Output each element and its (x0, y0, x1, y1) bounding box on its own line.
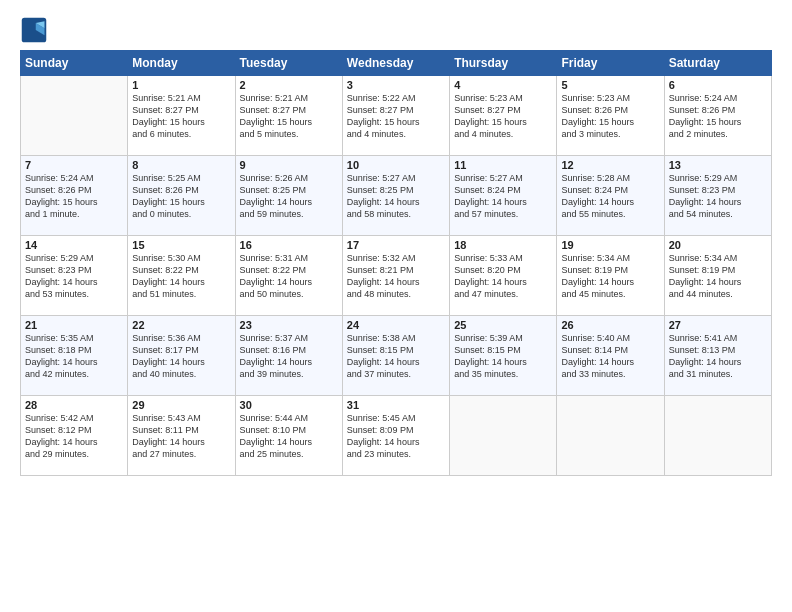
calendar-cell: 31Sunrise: 5:45 AM Sunset: 8:09 PM Dayli… (342, 396, 449, 476)
day-info: Sunrise: 5:41 AM Sunset: 8:13 PM Dayligh… (669, 332, 767, 381)
day-info: Sunrise: 5:26 AM Sunset: 8:25 PM Dayligh… (240, 172, 338, 221)
week-row-1: 1Sunrise: 5:21 AM Sunset: 8:27 PM Daylig… (21, 76, 772, 156)
logo-icon (20, 16, 48, 44)
day-number: 13 (669, 159, 767, 171)
calendar-cell: 19Sunrise: 5:34 AM Sunset: 8:19 PM Dayli… (557, 236, 664, 316)
calendar-cell: 27Sunrise: 5:41 AM Sunset: 8:13 PM Dayli… (664, 316, 771, 396)
header (20, 16, 772, 44)
day-number: 24 (347, 319, 445, 331)
day-number: 29 (132, 399, 230, 411)
day-info: Sunrise: 5:40 AM Sunset: 8:14 PM Dayligh… (561, 332, 659, 381)
calendar-cell (664, 396, 771, 476)
calendar-cell: 9Sunrise: 5:26 AM Sunset: 8:25 PM Daylig… (235, 156, 342, 236)
week-row-5: 28Sunrise: 5:42 AM Sunset: 8:12 PM Dayli… (21, 396, 772, 476)
day-info: Sunrise: 5:23 AM Sunset: 8:26 PM Dayligh… (561, 92, 659, 141)
day-number: 19 (561, 239, 659, 251)
day-number: 15 (132, 239, 230, 251)
calendar-cell: 30Sunrise: 5:44 AM Sunset: 8:10 PM Dayli… (235, 396, 342, 476)
day-info: Sunrise: 5:44 AM Sunset: 8:10 PM Dayligh… (240, 412, 338, 461)
page-container: SundayMondayTuesdayWednesdayThursdayFrid… (0, 0, 792, 486)
day-info: Sunrise: 5:36 AM Sunset: 8:17 PM Dayligh… (132, 332, 230, 381)
day-info: Sunrise: 5:25 AM Sunset: 8:26 PM Dayligh… (132, 172, 230, 221)
day-info: Sunrise: 5:33 AM Sunset: 8:20 PM Dayligh… (454, 252, 552, 301)
calendar-cell (450, 396, 557, 476)
day-info: Sunrise: 5:29 AM Sunset: 8:23 PM Dayligh… (669, 172, 767, 221)
calendar-cell: 24Sunrise: 5:38 AM Sunset: 8:15 PM Dayli… (342, 316, 449, 396)
day-number: 5 (561, 79, 659, 91)
day-number: 23 (240, 319, 338, 331)
day-number: 25 (454, 319, 552, 331)
day-number: 26 (561, 319, 659, 331)
day-number: 21 (25, 319, 123, 331)
day-number: 18 (454, 239, 552, 251)
calendar-cell: 10Sunrise: 5:27 AM Sunset: 8:25 PM Dayli… (342, 156, 449, 236)
day-info: Sunrise: 5:24 AM Sunset: 8:26 PM Dayligh… (669, 92, 767, 141)
calendar-cell: 26Sunrise: 5:40 AM Sunset: 8:14 PM Dayli… (557, 316, 664, 396)
day-number: 28 (25, 399, 123, 411)
day-info: Sunrise: 5:31 AM Sunset: 8:22 PM Dayligh… (240, 252, 338, 301)
calendar-cell: 14Sunrise: 5:29 AM Sunset: 8:23 PM Dayli… (21, 236, 128, 316)
day-info: Sunrise: 5:35 AM Sunset: 8:18 PM Dayligh… (25, 332, 123, 381)
day-number: 9 (240, 159, 338, 171)
day-info: Sunrise: 5:43 AM Sunset: 8:11 PM Dayligh… (132, 412, 230, 461)
weekday-header-saturday: Saturday (664, 51, 771, 76)
weekday-header-friday: Friday (557, 51, 664, 76)
calendar-table: SundayMondayTuesdayWednesdayThursdayFrid… (20, 50, 772, 476)
day-info: Sunrise: 5:21 AM Sunset: 8:27 PM Dayligh… (240, 92, 338, 141)
day-number: 30 (240, 399, 338, 411)
calendar-cell (21, 76, 128, 156)
day-info: Sunrise: 5:32 AM Sunset: 8:21 PM Dayligh… (347, 252, 445, 301)
day-number: 27 (669, 319, 767, 331)
weekday-header-tuesday: Tuesday (235, 51, 342, 76)
day-info: Sunrise: 5:21 AM Sunset: 8:27 PM Dayligh… (132, 92, 230, 141)
weekday-header-thursday: Thursday (450, 51, 557, 76)
calendar-cell: 21Sunrise: 5:35 AM Sunset: 8:18 PM Dayli… (21, 316, 128, 396)
day-info: Sunrise: 5:29 AM Sunset: 8:23 PM Dayligh… (25, 252, 123, 301)
week-row-4: 21Sunrise: 5:35 AM Sunset: 8:18 PM Dayli… (21, 316, 772, 396)
day-info: Sunrise: 5:27 AM Sunset: 8:24 PM Dayligh… (454, 172, 552, 221)
calendar-cell: 22Sunrise: 5:36 AM Sunset: 8:17 PM Dayli… (128, 316, 235, 396)
weekday-header-wednesday: Wednesday (342, 51, 449, 76)
day-info: Sunrise: 5:28 AM Sunset: 8:24 PM Dayligh… (561, 172, 659, 221)
day-info: Sunrise: 5:38 AM Sunset: 8:15 PM Dayligh… (347, 332, 445, 381)
calendar-cell: 25Sunrise: 5:39 AM Sunset: 8:15 PM Dayli… (450, 316, 557, 396)
calendar-cell: 11Sunrise: 5:27 AM Sunset: 8:24 PM Dayli… (450, 156, 557, 236)
day-number: 10 (347, 159, 445, 171)
calendar-cell: 3Sunrise: 5:22 AM Sunset: 8:27 PM Daylig… (342, 76, 449, 156)
day-number: 31 (347, 399, 445, 411)
day-number: 16 (240, 239, 338, 251)
week-row-3: 14Sunrise: 5:29 AM Sunset: 8:23 PM Dayli… (21, 236, 772, 316)
calendar-cell: 8Sunrise: 5:25 AM Sunset: 8:26 PM Daylig… (128, 156, 235, 236)
calendar-cell: 7Sunrise: 5:24 AM Sunset: 8:26 PM Daylig… (21, 156, 128, 236)
calendar-cell: 12Sunrise: 5:28 AM Sunset: 8:24 PM Dayli… (557, 156, 664, 236)
day-info: Sunrise: 5:39 AM Sunset: 8:15 PM Dayligh… (454, 332, 552, 381)
day-number: 17 (347, 239, 445, 251)
day-info: Sunrise: 5:27 AM Sunset: 8:25 PM Dayligh… (347, 172, 445, 221)
day-number: 6 (669, 79, 767, 91)
day-number: 2 (240, 79, 338, 91)
calendar-cell: 20Sunrise: 5:34 AM Sunset: 8:19 PM Dayli… (664, 236, 771, 316)
day-info: Sunrise: 5:37 AM Sunset: 8:16 PM Dayligh… (240, 332, 338, 381)
calendar-cell: 23Sunrise: 5:37 AM Sunset: 8:16 PM Dayli… (235, 316, 342, 396)
day-info: Sunrise: 5:30 AM Sunset: 8:22 PM Dayligh… (132, 252, 230, 301)
weekday-header-sunday: Sunday (21, 51, 128, 76)
calendar-cell: 4Sunrise: 5:23 AM Sunset: 8:27 PM Daylig… (450, 76, 557, 156)
calendar-cell: 28Sunrise: 5:42 AM Sunset: 8:12 PM Dayli… (21, 396, 128, 476)
calendar-cell (557, 396, 664, 476)
day-number: 14 (25, 239, 123, 251)
day-number: 7 (25, 159, 123, 171)
day-info: Sunrise: 5:45 AM Sunset: 8:09 PM Dayligh… (347, 412, 445, 461)
day-number: 22 (132, 319, 230, 331)
day-info: Sunrise: 5:34 AM Sunset: 8:19 PM Dayligh… (669, 252, 767, 301)
day-info: Sunrise: 5:42 AM Sunset: 8:12 PM Dayligh… (25, 412, 123, 461)
day-number: 1 (132, 79, 230, 91)
calendar-cell: 29Sunrise: 5:43 AM Sunset: 8:11 PM Dayli… (128, 396, 235, 476)
day-info: Sunrise: 5:34 AM Sunset: 8:19 PM Dayligh… (561, 252, 659, 301)
day-number: 11 (454, 159, 552, 171)
calendar-cell: 15Sunrise: 5:30 AM Sunset: 8:22 PM Dayli… (128, 236, 235, 316)
calendar-cell: 18Sunrise: 5:33 AM Sunset: 8:20 PM Dayli… (450, 236, 557, 316)
calendar-cell: 17Sunrise: 5:32 AM Sunset: 8:21 PM Dayli… (342, 236, 449, 316)
day-info: Sunrise: 5:23 AM Sunset: 8:27 PM Dayligh… (454, 92, 552, 141)
week-row-2: 7Sunrise: 5:24 AM Sunset: 8:26 PM Daylig… (21, 156, 772, 236)
day-number: 4 (454, 79, 552, 91)
